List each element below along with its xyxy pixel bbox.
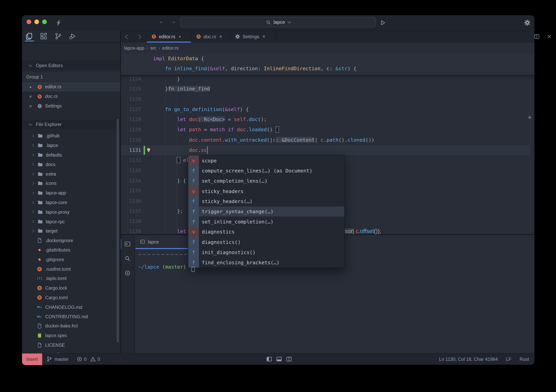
language-mode[interactable]: Rust (519, 356, 529, 362)
breadcrumb-item[interactable]: src (150, 45, 156, 51)
code-line-1131[interactable]: 1131 doc.sc (120, 145, 534, 155)
explorer-item-.gitattributes[interactable]: .gitattributes (22, 245, 120, 255)
git-branch-label[interactable]: master (55, 356, 69, 362)
close-window-button[interactable] (27, 19, 31, 24)
history-forward-button[interactable]: → (170, 18, 176, 24)
tab-back-button[interactable] (125, 35, 130, 39)
close-editor-icon[interactable] (546, 34, 552, 39)
explorer-item-extra[interactable]: extra (22, 169, 120, 179)
completion-item[interactable]: fdiagnostics() (188, 237, 344, 247)
open-editor-item[interactable]: ×Settings (22, 101, 120, 111)
toggle-bottom-panel-icon[interactable] (276, 356, 282, 362)
code-text[interactable]: let path = match if doc.loaded() { (153, 125, 278, 135)
completion-item[interactable]: ftrigger_syntax_change(…) (188, 206, 344, 217)
code-line-1130[interactable]: 1130 doc.content.with_untracked(|c: &Doc… (120, 135, 534, 145)
explorer-item-Cargo.lock[interactable]: RCargo.lock (22, 283, 120, 293)
explorer-item-.taplo.toml[interactable]: [T].taplo.toml (22, 274, 120, 283)
settings-gear-button[interactable] (524, 19, 531, 26)
titlebar[interactable]: ← → lapce (22, 15, 534, 31)
history-back-button[interactable]: ← (159, 18, 164, 24)
breadcrumb-item[interactable]: lapce-app (124, 45, 144, 51)
explorer-item-.lapce[interactable]: .lapce (22, 141, 120, 150)
explorer-item-.rustfmt.toml[interactable]: R.rustfmt.toml (22, 264, 120, 274)
explorer-item-icons[interactable]: icons (22, 179, 120, 188)
completion-item[interactable]: finit_diagnostics() (188, 247, 344, 257)
tab-editor.rs[interactable]: Reditor.rs● (147, 31, 192, 43)
search-panel-icon[interactable] (124, 255, 131, 261)
code-line-1125[interactable]: 1125 }fn inline_find (120, 84, 534, 94)
terminal-panel-icon[interactable] (124, 241, 131, 247)
completion-item[interactable]: ffind_enclosing_brackets(…) (188, 257, 344, 268)
zoom-window-button[interactable] (42, 19, 47, 24)
open-editor-item[interactable]: ●Reditor.rs (22, 82, 120, 92)
open-editors-header[interactable]: Open Editors (22, 61, 120, 70)
explorer-item-Cargo.toml[interactable]: RCargo.toml (22, 293, 120, 302)
code-text[interactable]: } { (153, 176, 186, 186)
terminal-tab[interactable]: lapce (135, 235, 189, 248)
debug-panel-icon[interactable] (69, 32, 76, 40)
editor-scrollbar-track[interactable] (530, 53, 530, 234)
explorer-item-.dockerignore[interactable]: .dockerignore (22, 236, 120, 245)
completion-item[interactable]: fsticky_headers(…) (188, 196, 344, 206)
completion-item[interactable]: vdiagnostics (188, 227, 344, 237)
completion-item[interactable]: fcompute_screen_lines(…) (as Document) (188, 166, 344, 176)
split-editor-icon[interactable] (534, 34, 540, 39)
code-line-1128[interactable]: 1128 let doc: Rc<Doc> = self.doc(); (120, 114, 534, 125)
terminal-prompt[interactable]: ~/lapce (master) (138, 263, 186, 271)
lightbulb-icon[interactable] (146, 147, 151, 153)
close-tab-icon[interactable]: × (219, 34, 223, 39)
completion-item[interactable]: fset_inline_completion(…) (188, 217, 344, 227)
close-tab-icon[interactable]: × (262, 34, 266, 39)
code-line-1127[interactable]: 1127 fn go_to_definition(&self) { (120, 104, 534, 114)
explorer-item-target[interactable]: target (22, 226, 120, 236)
tab-Settings[interactable]: Settings× (231, 31, 277, 43)
completion-item[interactable]: vsticky_headers (188, 186, 344, 196)
explorer-item-docs[interactable]: docs (22, 160, 120, 169)
source-control-panel-icon[interactable] (55, 32, 62, 40)
explorer-item-defaults[interactable]: defaults (22, 150, 120, 159)
code-line-1129[interactable]: 1129 let path = match if doc.loaded() { (120, 125, 534, 135)
code-text[interactable]: let doc: Rc<Doc> = self.doc(); (153, 114, 267, 125)
files-panel-icon[interactable] (25, 32, 32, 40)
errors-count[interactable]: 0 (84, 356, 86, 362)
explorer-item-lapce-core[interactable]: lapce-core (22, 198, 120, 207)
tab-doc.rs[interactable]: Rdoc.rs× (192, 31, 231, 43)
explorer-item-CONTRIBUTING.md[interactable]: M↓CONTRIBUTING.md (22, 312, 120, 321)
code-text[interactable]: doc.content.with_untracked(|c: &DocConte… (153, 135, 374, 145)
line-ending[interactable]: LF (506, 356, 511, 362)
breadcrumb-item[interactable]: editor.rs (162, 45, 179, 51)
editor-group-row[interactable]: Group 1 (22, 72, 120, 81)
code-text[interactable]: }fn inline_find (153, 84, 210, 94)
completion-item[interactable]: vscope (188, 156, 344, 166)
cursor-position[interactable]: Ln 1130, Col 18, Char 41964 (439, 356, 498, 362)
explorer-item-docker-bake.hcl[interactable]: docker-bake.hcl (22, 321, 120, 331)
code-line-1126[interactable]: 1126 (120, 94, 534, 104)
minimize-window-button[interactable] (34, 19, 39, 24)
explorer-item-.gitignore[interactable]: .gitignore (22, 255, 120, 264)
warnings-count[interactable]: 0 (97, 356, 100, 362)
plugins-panel-icon[interactable] (40, 32, 47, 40)
explorer-item-Makefile[interactable]: Makefile (22, 350, 120, 353)
explorer-item-lapce-app[interactable]: lapce-app (22, 188, 120, 197)
explorer-item-lapce-rpc[interactable]: lapce-rpc (22, 217, 120, 226)
explorer-item-LICENSE[interactable]: LICENSE (22, 340, 120, 350)
code-text[interactable]: let (153, 227, 189, 234)
file-explorer-header[interactable]: File Explorer (22, 120, 120, 129)
toggle-right-panel-icon[interactable] (286, 356, 292, 362)
explorer-item-.github[interactable]: .github (22, 131, 120, 141)
command-palette-box[interactable]: lapce (180, 17, 376, 27)
sidebar-scrollbar[interactable] (117, 119, 119, 342)
explorer-item-lapce.spec[interactable]: <>lapce.spec (22, 331, 120, 340)
open-editor-item[interactable]: ×Rdoc.rs (22, 92, 120, 101)
modified-dot-icon[interactable]: ● (28, 85, 33, 88)
completion-item[interactable]: fset_completion_lens(…) (188, 176, 344, 186)
code-text[interactable]: fn go_to_definition(&self) { (153, 104, 249, 114)
code-text[interactable]: }; (153, 206, 183, 216)
close-file-icon[interactable]: × (28, 103, 33, 109)
run-button[interactable] (379, 19, 386, 27)
editor-mode-badge[interactable]: Insert (22, 353, 42, 365)
explorer-item-CHANGELOG.md[interactable]: M↓CHANGELOG.md (22, 302, 120, 312)
tab-forward-button[interactable] (137, 35, 141, 39)
code-text[interactable]: } el (153, 155, 189, 165)
code-text[interactable]: doc.sc (153, 145, 207, 155)
